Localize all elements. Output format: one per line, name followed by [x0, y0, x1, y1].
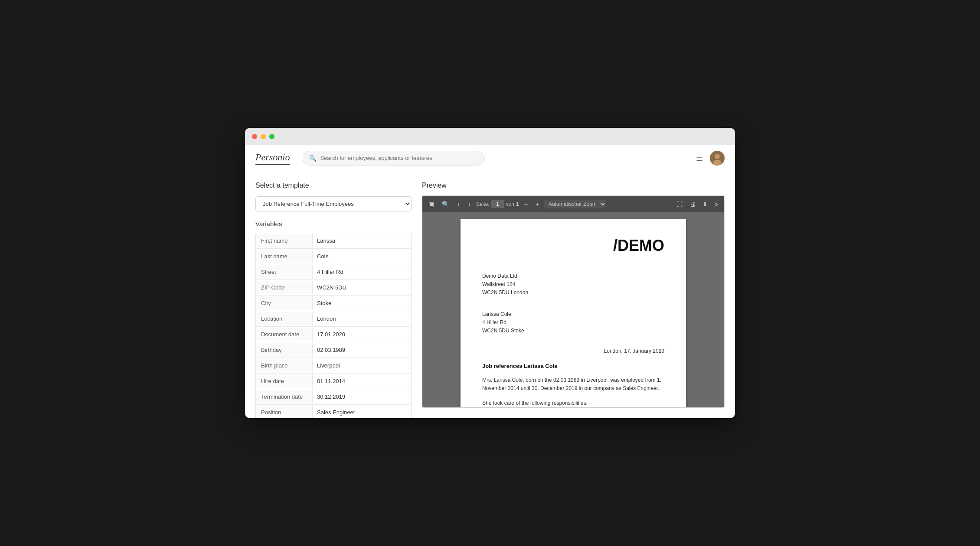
- doc-responsibilities-intro: She took care of the following responsib…: [482, 400, 664, 406]
- var-value-location: London: [312, 312, 411, 325]
- var-row-lastname: Last name Cole: [256, 249, 411, 264]
- var-row-zip: ZIP Code WC2N 5DU: [256, 280, 411, 296]
- var-value-docdate: 17.01.2020: [312, 328, 411, 341]
- pdf-zoom-select[interactable]: Automatischer Zoom: [544, 200, 606, 208]
- var-label-docdate: Document date: [256, 328, 312, 341]
- var-row-hiredate: Hire date 01.11.2014: [256, 374, 411, 389]
- right-panel: Preview ▣ 🔍 ↑ ↓ Seite: von 1: [422, 182, 725, 408]
- app-content: Personio 🔍 ⚌ Selec: [245, 145, 735, 418]
- doc-body-paragraph: Mrs. Larissa Cole, born on the 02.03.198…: [482, 376, 664, 393]
- var-value-city: Stoke: [312, 296, 411, 310]
- recipient-street: 4 Hiller Rd: [482, 318, 664, 327]
- maximize-button[interactable]: [269, 134, 274, 139]
- var-value-birthday: 02.03.1989: [312, 343, 411, 357]
- pdf-page-info: Seite: von 1: [476, 200, 519, 208]
- var-value-firstname: Larissa: [312, 234, 411, 247]
- pdf-page-input[interactable]: [491, 200, 504, 208]
- pdf-fullscreen-button[interactable]: ⛶: [674, 199, 685, 209]
- nav-right: ⚌: [696, 151, 725, 166]
- pdf-more-button[interactable]: »: [712, 199, 721, 209]
- doc-subject: Job references Larissa Cole: [482, 363, 664, 369]
- pdf-next-page-button[interactable]: ↓: [465, 199, 474, 209]
- var-row-docdate: Document date 17.01.2020: [256, 327, 411, 342]
- pdf-prev-page-button[interactable]: ↑: [454, 199, 463, 209]
- search-input[interactable]: [320, 155, 478, 161]
- var-label-lastname: Last name: [256, 250, 312, 263]
- var-value-birthplace: Liverpool: [312, 359, 411, 372]
- title-bar: [245, 128, 735, 145]
- pdf-total-pages: 1: [516, 201, 519, 207]
- variables-title: Variables: [255, 220, 412, 228]
- var-value-zip: WC2N 5DU: [312, 281, 411, 294]
- var-label-birthday: Birthday: [256, 343, 312, 357]
- recipient-name: Larissa Cole: [482, 310, 664, 318]
- close-button[interactable]: [252, 134, 257, 139]
- var-label-zip: ZIP Code: [256, 281, 312, 294]
- var-value-position: Sales Engineer: [312, 406, 411, 418]
- pdf-zoom-in-button[interactable]: +: [533, 199, 542, 209]
- var-row-firstname: First name Larissa: [256, 233, 411, 249]
- search-icon: 🔍: [309, 155, 317, 162]
- pdf-page-label: Seite:: [476, 201, 490, 207]
- left-panel: Select a template Job Reference Full-Tim…: [255, 182, 412, 408]
- var-value-street: 4 Hiller Rd: [312, 265, 411, 279]
- doc-date: London, 17. January 2020: [482, 348, 664, 354]
- filter-icon[interactable]: ⚌: [696, 153, 703, 163]
- minimize-button[interactable]: [261, 134, 266, 139]
- var-row-position: Position Sales Engineer: [256, 405, 411, 418]
- var-label-position: Position: [256, 406, 312, 418]
- pdf-content[interactable]: /DEMO Demo Data Ltd. Wallstreet 124 WC2N…: [422, 212, 724, 407]
- pdf-toolbar: ▣ 🔍 ↑ ↓ Seite: von 1 − + Auto: [422, 196, 724, 212]
- demo-logo: /DEMO: [482, 237, 664, 255]
- var-row-birthday: Birthday 02.03.1989: [256, 342, 411, 358]
- var-label-termdate: Termination date: [256, 390, 312, 403]
- pdf-print-button[interactable]: 🖨: [687, 199, 698, 209]
- template-select[interactable]: Job Reference Full-Time Employees: [255, 196, 412, 211]
- avatar: [710, 151, 725, 166]
- var-row-termdate: Termination date 30.12.2019: [256, 389, 411, 405]
- var-value-hiredate: 01.11.2014: [312, 374, 411, 388]
- pdf-viewer: ▣ 🔍 ↑ ↓ Seite: von 1 − + Auto: [422, 195, 725, 408]
- pdf-zoom-out-button[interactable]: −: [522, 199, 530, 209]
- top-nav: Personio 🔍 ⚌: [245, 145, 735, 171]
- recipient-address: Larissa Cole 4 Hiller Rd WC2N 5DU Stoke: [482, 310, 664, 335]
- company-street: Wallstreet 124: [482, 280, 664, 289]
- var-label-location: Location: [256, 312, 312, 325]
- pdf-download-button[interactable]: ⬇: [700, 199, 710, 209]
- pdf-sidebar-toggle-button[interactable]: ▣: [426, 199, 437, 209]
- pdf-page: /DEMO Demo Data Ltd. Wallstreet 124 WC2N…: [461, 219, 686, 407]
- var-label-street: Street: [256, 265, 312, 279]
- recipient-city: WC2N 5DU Stoke: [482, 327, 664, 335]
- company-city: WC2N 5DU London: [482, 289, 664, 297]
- pdf-search-button[interactable]: 🔍: [439, 199, 452, 209]
- var-row-birthplace: Birth place Liverpool: [256, 358, 411, 374]
- var-row-street: Street 4 Hiller Rd: [256, 264, 411, 280]
- company-name: Demo Data Ltd.: [482, 272, 664, 280]
- var-label-firstname: First name: [256, 234, 312, 247]
- var-value-termdate: 30.12.2019: [312, 390, 411, 403]
- var-row-location: Location London: [256, 311, 411, 327]
- var-label-birthplace: Birth place: [256, 359, 312, 372]
- search-bar[interactable]: 🔍: [303, 151, 485, 166]
- var-label-hiredate: Hire date: [256, 374, 312, 388]
- select-template-label: Select a template: [255, 182, 412, 189]
- var-label-city: City: [256, 296, 312, 310]
- preview-title: Preview: [422, 182, 725, 189]
- company-address: Demo Data Ltd. Wallstreet 124 WC2N 5DU L…: [482, 272, 664, 297]
- var-value-lastname: Cole: [312, 250, 411, 263]
- main-area: Select a template Job Reference Full-Tim…: [245, 171, 735, 418]
- mac-window: Personio 🔍 ⚌ Selec: [245, 128, 735, 418]
- var-row-city: City Stoke: [256, 296, 411, 311]
- pdf-actions-right: ⛶ 🖨 ⬇ »: [674, 199, 721, 209]
- variables-table: First name Larissa Last name Cole Street…: [255, 233, 412, 418]
- pdf-von-label: von: [506, 201, 514, 207]
- logo: Personio: [255, 152, 290, 165]
- svg-point-1: [715, 154, 720, 159]
